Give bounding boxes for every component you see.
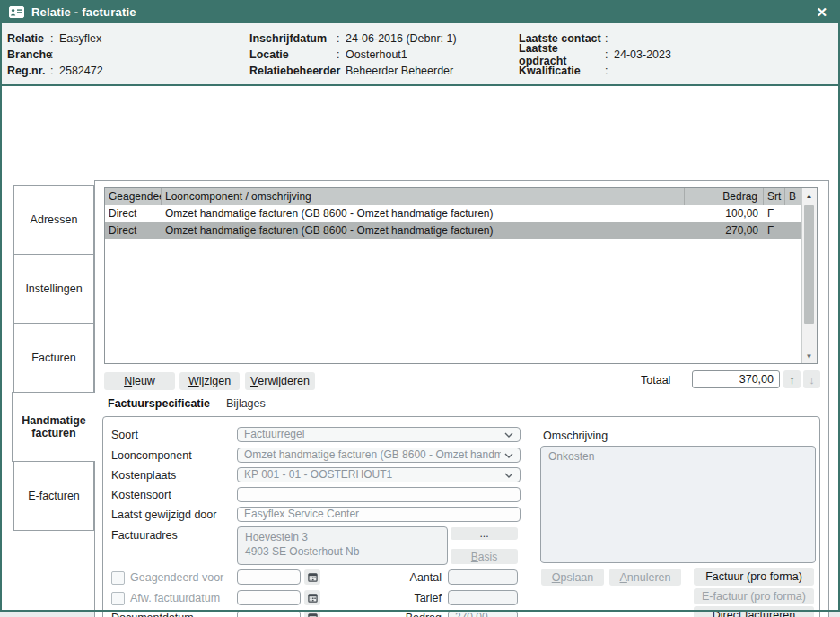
omschrijving-textarea[interactable]: Onkosten xyxy=(540,446,816,563)
direct-factureren-button[interactable]: Direct factureren xyxy=(694,606,814,617)
kostensoort-label: Kostensoort xyxy=(111,489,171,501)
totaal-value-field[interactable]: 370,00 xyxy=(692,370,780,388)
scroll-up-icon[interactable]: ▲ xyxy=(802,188,816,203)
kostensoort-input[interactable] xyxy=(237,487,521,502)
afw-factuurdatum-checkbox[interactable] xyxy=(111,592,125,605)
invoice-lines-table: Geagendeerd Looncomponent / omschrijving… xyxy=(104,187,818,364)
field-label: Laatste opdracht xyxy=(519,42,605,67)
chevron-down-icon xyxy=(504,453,513,458)
calendar-icon[interactable] xyxy=(304,610,320,617)
soort-select[interactable]: Factuurregel xyxy=(237,427,521,442)
tarief-input[interactable] xyxy=(448,590,518,605)
verwijderen-button[interactable]: Verwijderen xyxy=(245,372,315,390)
aantal-label: Aantal xyxy=(379,571,442,584)
column-header-bedrag[interactable]: Bedrag xyxy=(685,188,764,205)
table-row-selected[interactable]: Direct Omzet handmatige facturen (GB 860… xyxy=(105,222,801,239)
field-label: Relatie xyxy=(7,32,50,45)
scrollbar-thumb[interactable] xyxy=(804,205,814,324)
looncomponent-select[interactable]: Omzet handmatige facturen (GB 8600 - Omz… xyxy=(237,448,521,463)
sidebar-tab-e-facturen[interactable]: E-facturen xyxy=(13,461,94,531)
sidebar-tab-adressen[interactable]: Adressen xyxy=(13,185,94,255)
factuuradres-more-button[interactable]: ... xyxy=(451,527,518,540)
field-label: Branche xyxy=(7,48,50,61)
field-value: Beheerder Beheerder xyxy=(346,65,453,77)
looncomponent-label: Looncomponent xyxy=(111,449,192,462)
field-label: Locatie xyxy=(249,48,337,61)
tab-bijlages[interactable]: Bijlages xyxy=(226,397,266,410)
sidebar-tab-instellingen[interactable]: Instellingen xyxy=(13,254,94,324)
nieuw-button[interactable]: Nieuw xyxy=(104,372,175,390)
field-value: 24-06-2016 (Debnr: 1) xyxy=(346,32,457,45)
omschrijving-label: Omschrijving xyxy=(543,430,608,442)
move-up-button[interactable]: ↑ xyxy=(783,370,801,388)
sidebar-tab-handmatige-facturen[interactable]: Handmatige facturen xyxy=(12,392,95,462)
table-header-row: Geagendeerd Looncomponent / omschrijving… xyxy=(105,188,801,205)
header-column-1: Relatie:Easyflex Branche: Reg.nr.:258247… xyxy=(7,30,103,79)
field-value: 2582472 xyxy=(59,65,103,77)
field-label: Kwalificatie xyxy=(519,65,605,77)
soort-label: Soort xyxy=(111,429,138,441)
sidebar-tab-facturen[interactable]: Facturen xyxy=(13,323,94,393)
column-header-geagendeerd[interactable]: Geagendeerd xyxy=(105,188,162,205)
bedrag-input[interactable]: 270,00 xyxy=(448,610,518,617)
header-column-2: Inschrijfdatum:24-06-2016 (Debnr: 1) Loc… xyxy=(249,30,457,79)
totaal-label: Totaal xyxy=(641,374,670,387)
table-row[interactable]: Direct Omzet handmatige facturen (GB 860… xyxy=(105,205,801,222)
opslaan-button[interactable]: Opslaan xyxy=(541,569,604,586)
field-value: Easyflex xyxy=(59,32,101,45)
factuur-pro-forma-button[interactable]: Factuur (pro forma) xyxy=(694,568,814,586)
window-title: Relatie - facturatie xyxy=(31,5,136,19)
e-factuur-pro-forma-button[interactable]: E-factuur (pro forma) xyxy=(694,588,814,604)
aantal-input[interactable] xyxy=(448,569,518,585)
relation-header: Relatie:Easyflex Branche: Reg.nr.:258247… xyxy=(0,23,840,86)
annuleren-button[interactable]: Annuleren xyxy=(609,569,681,586)
documentdatum-date-input[interactable] xyxy=(237,610,301,617)
column-header-b[interactable]: B xyxy=(785,188,801,205)
move-down-button[interactable]: ↓ xyxy=(803,370,820,388)
kostenplaats-select[interactable]: KP 001 - 01 - OOSTERHOUT1 xyxy=(237,467,521,482)
bedrag-label: Bedrag xyxy=(379,612,442,617)
field-label: Relatiebeheerder xyxy=(249,65,337,77)
chevron-down-icon xyxy=(504,432,513,438)
afw-factuurdatum-date-input[interactable] xyxy=(237,590,301,605)
geagendeerd-voor-checkbox[interactable] xyxy=(111,571,125,585)
field-label: Reg.nr. xyxy=(7,65,50,77)
documentdatum-label: Documentdatum xyxy=(111,612,194,617)
calendar-icon[interactable] xyxy=(304,590,320,605)
title-bar: Relatie - facturatie ✕ xyxy=(0,0,840,23)
contact-card-icon xyxy=(9,6,24,18)
geagendeerd-voor-date-input[interactable] xyxy=(237,569,301,585)
afw-factuurdatum-label: Afw. factuurdatum xyxy=(130,592,220,604)
field-value: Oosterhout1 xyxy=(346,48,407,61)
tab-factuurspecificatie[interactable]: Factuurspecificatie xyxy=(108,397,210,410)
laatst-gewijzigd-label: Laatst gewijzigd door xyxy=(111,508,216,521)
kostenplaats-label: Kostenplaats xyxy=(111,469,176,482)
basis-button[interactable]: Basis xyxy=(451,549,518,564)
relatie-facturatie-window: Relatie - facturatie ✕ Relatie:Easyflex … xyxy=(0,0,840,612)
geagendeerd-voor-label: Geagendeerd voor xyxy=(130,571,223,584)
main-area: Adressen Instellingen Facturen Handmatig… xyxy=(2,86,838,610)
tarief-label: Tarief xyxy=(379,592,442,604)
factuuradres-label: Factuuradres xyxy=(111,529,178,542)
calendar-icon[interactable] xyxy=(304,569,320,585)
column-header-looncomponent[interactable]: Looncomponent / omschrijving xyxy=(162,188,685,205)
scroll-down-icon[interactable]: ▼ xyxy=(802,349,816,363)
vertical-scrollbar[interactable]: ▲ ▼ xyxy=(801,188,817,363)
column-header-srt[interactable]: Srt xyxy=(764,188,785,205)
field-value: 24-03-2023 xyxy=(614,48,671,61)
close-icon[interactable]: ✕ xyxy=(812,4,831,20)
laatst-gewijzigd-input: Easyflex Service Center xyxy=(237,507,521,522)
wijzigen-button[interactable]: Wijzigen xyxy=(179,372,240,390)
field-label: Inschrijfdatum xyxy=(249,32,337,45)
chevron-down-icon xyxy=(504,473,513,478)
factuuradres-textarea[interactable]: Hoevestein 3 4903 SE Oosterhout Nb xyxy=(237,526,448,565)
header-column-3: Laatste contact: Laatste opdracht:24-03-… xyxy=(519,30,671,79)
